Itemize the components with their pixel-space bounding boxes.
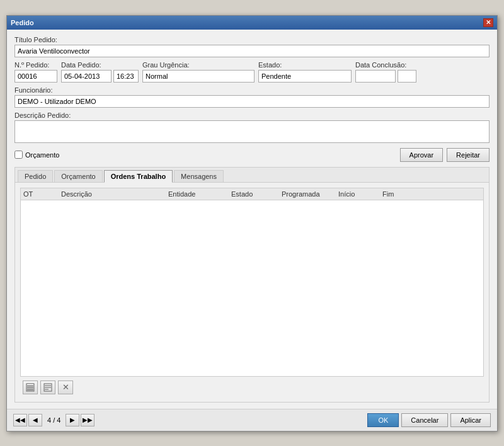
col-ot: OT bbox=[23, 190, 61, 198]
edit-row-button[interactable] bbox=[40, 380, 55, 394]
aprovar-button[interactable]: Aprovar bbox=[400, 148, 444, 162]
page-label: 4 / 4 bbox=[43, 416, 64, 424]
estado-label: Estado: bbox=[258, 61, 352, 69]
tab-pedido[interactable]: Pedido bbox=[18, 170, 53, 182]
funcionario-label: Funcionário: bbox=[14, 86, 490, 94]
tab-orcamento[interactable]: Orçamento bbox=[54, 170, 102, 182]
data-input[interactable] bbox=[61, 70, 112, 83]
funcionario-field-row: Funcionário: bbox=[14, 86, 490, 108]
estado-group: Estado: bbox=[258, 61, 352, 83]
numero-label: N.º Pedido: bbox=[14, 61, 57, 69]
add-icon bbox=[26, 383, 35, 392]
first-page-button[interactable]: ◀◀ bbox=[13, 414, 27, 426]
delete-row-button[interactable]: ✕ bbox=[58, 380, 73, 394]
fields-row: N.º Pedido: Data Pedido: Grau Urgência: … bbox=[14, 61, 490, 83]
col-entidade: Entidade bbox=[168, 190, 231, 198]
ok-button[interactable]: OK bbox=[367, 413, 399, 427]
table-toolbar: ✕ bbox=[20, 377, 484, 397]
numero-input[interactable] bbox=[14, 70, 57, 83]
urgencia-group: Grau Urgência: bbox=[142, 61, 255, 83]
ordens-table: OT Descrição Entidade Estado Programada … bbox=[20, 188, 484, 377]
svg-rect-2 bbox=[27, 387, 33, 389]
orcamento-label: Orçamento bbox=[25, 151, 59, 159]
tabs-container: Pedido Orçamento Ordens Trabalho Mensage… bbox=[14, 167, 490, 403]
data-group: Data Pedido: bbox=[61, 61, 139, 83]
orcamento-checkbox[interactable] bbox=[14, 151, 23, 159]
descricao-field-row: Descrição Pedido: bbox=[14, 112, 490, 144]
estado-input[interactable] bbox=[258, 70, 352, 83]
table-body bbox=[21, 200, 483, 364]
col-inicio: Início bbox=[338, 190, 382, 198]
titulo-input[interactable] bbox=[14, 45, 490, 57]
conclusao-label: Data Conclusão: bbox=[355, 61, 416, 69]
prev-page-button[interactable]: ◀ bbox=[28, 414, 42, 426]
footer: ◀◀ ◀ 4 / 4 ▶ ▶▶ OK Cancelar Aplicar bbox=[7, 409, 497, 431]
col-programada: Programada bbox=[282, 190, 338, 198]
tabs-header: Pedido Orçamento Ordens Trabalho Mensage… bbox=[15, 168, 489, 183]
window-title: Pedido bbox=[11, 19, 34, 26]
close-button[interactable]: ✕ bbox=[483, 18, 493, 27]
last-page-button[interactable]: ▶▶ bbox=[81, 414, 94, 426]
cancel-button[interactable]: Cancelar bbox=[401, 413, 448, 427]
nav-buttons: ◀◀ ◀ 4 / 4 ▶ ▶▶ bbox=[13, 414, 94, 426]
numero-group: N.º Pedido: bbox=[14, 61, 57, 83]
titlebar: Pedido ✕ bbox=[7, 16, 497, 30]
tab-content-ordens: OT Descrição Entidade Estado Programada … bbox=[15, 183, 489, 402]
col-fim: Fim bbox=[382, 190, 420, 198]
titulo-label: Título Pedido: bbox=[14, 36, 490, 43]
form-content: Título Pedido: N.º Pedido: Data Pedido: … bbox=[7, 30, 497, 409]
titulo-field-row: Título Pedido: bbox=[14, 36, 490, 57]
descricao-textarea[interactable] bbox=[14, 120, 490, 143]
table-header: OT Descrição Entidade Estado Programada … bbox=[21, 188, 483, 200]
add-row-button[interactable] bbox=[23, 380, 38, 394]
footer-buttons: OK Cancelar Aplicar bbox=[367, 413, 491, 427]
tab-mensagens[interactable]: Mensagens bbox=[174, 170, 224, 182]
urgencia-input[interactable] bbox=[142, 70, 255, 83]
funcionario-input[interactable] bbox=[14, 95, 490, 108]
col-descricao: Descrição bbox=[61, 190, 168, 198]
action-row: Orçamento Aprovar Rejeitar bbox=[14, 148, 490, 162]
rejeitar-button[interactable]: Rejeitar bbox=[447, 148, 490, 162]
data-label: Data Pedido: bbox=[61, 61, 139, 69]
urgencia-label: Grau Urgência: bbox=[142, 61, 255, 69]
next-page-button[interactable]: ▶ bbox=[66, 414, 79, 426]
col-estado: Estado bbox=[231, 190, 282, 198]
tab-ordens[interactable]: Ordens Trabalho bbox=[104, 170, 173, 183]
svg-rect-3 bbox=[27, 389, 33, 391]
edit-icon bbox=[43, 383, 52, 392]
hora-input[interactable] bbox=[113, 70, 139, 83]
svg-rect-1 bbox=[27, 386, 33, 387]
orcamento-checkbox-row: Orçamento bbox=[14, 151, 396, 159]
apply-button[interactable]: Aplicar bbox=[450, 413, 491, 427]
descricao-label: Descrição Pedido: bbox=[14, 112, 490, 119]
conclusao-input[interactable] bbox=[355, 70, 396, 83]
conclusao-group: Data Conclusão: bbox=[355, 61, 416, 83]
main-window: Pedido ✕ Título Pedido: N.º Pedido: Data… bbox=[6, 15, 498, 432]
conclusao2-input[interactable] bbox=[398, 70, 416, 83]
